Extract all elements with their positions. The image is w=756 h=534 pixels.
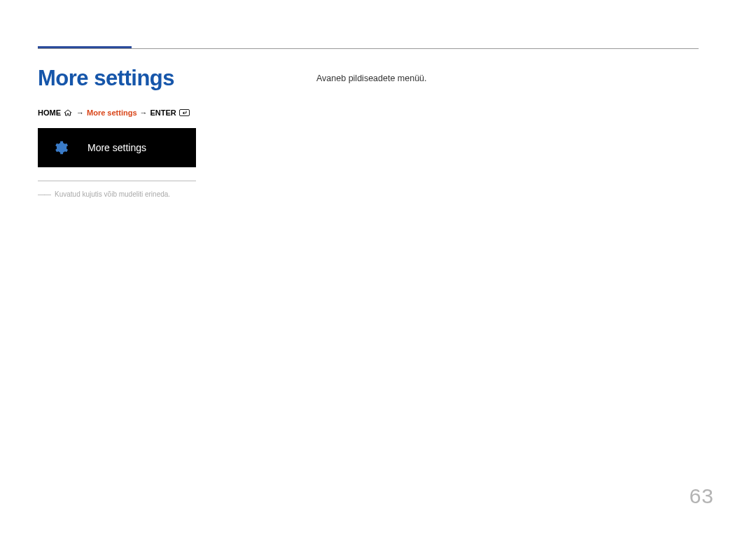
footnote: ―― Kuvatud kujutis võib mudeliti erineda… [38,190,170,198]
home-icon [64,109,72,116]
tile-bottom-rule [38,181,196,181]
footnote-text: Kuvatud kujutis võib mudeliti erineda. [55,190,170,198]
tile-label: More settings [88,142,146,153]
body-text: Avaneb pildiseadete menüü. [316,73,427,83]
page-title: More settings [38,66,174,91]
breadcrumb-enter: ENTER [150,108,176,117]
breadcrumb: HOME → More settings → ENTER [38,108,190,117]
footnote-dash: ―― [38,190,50,198]
enter-icon [179,109,190,116]
breadcrumb-arrow-2: → [140,108,148,117]
header-rule [38,48,699,49]
breadcrumb-home: HOME [38,108,61,117]
breadcrumb-arrow-1: → [76,108,84,117]
svg-rect-0 [179,110,189,116]
page-number: 63 [690,484,714,508]
gear-icon [53,140,69,155]
breadcrumb-more-settings: More settings [87,108,137,117]
more-settings-tile: More settings [38,128,196,167]
